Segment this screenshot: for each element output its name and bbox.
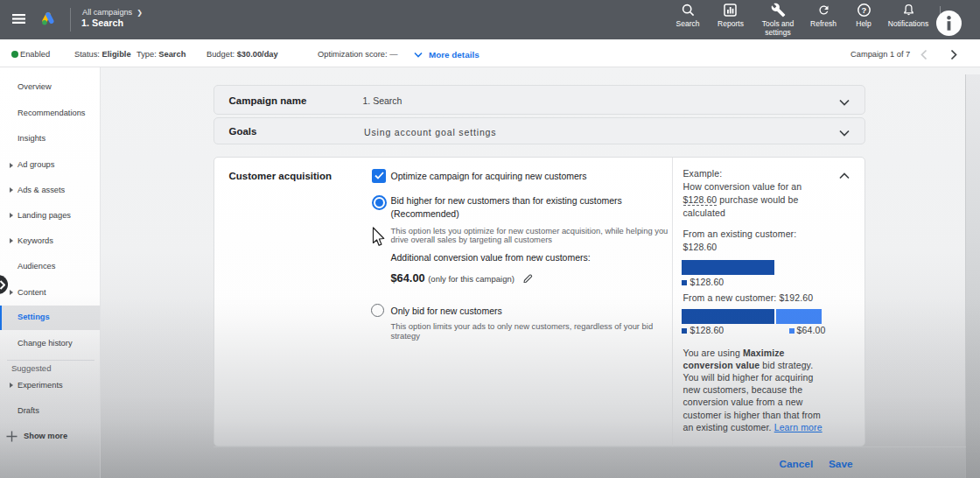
svg-text:?: ? (862, 5, 867, 15)
